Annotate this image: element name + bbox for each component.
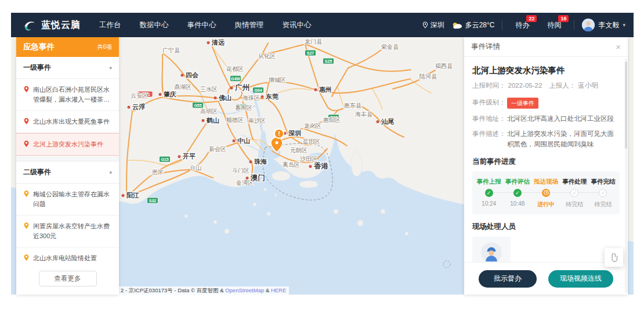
nav-item-1[interactable]: 工作台 — [99, 20, 121, 30]
map-city-dot — [128, 106, 130, 108]
map-city-dot — [214, 96, 216, 99]
progress-title: 当前事件进度 — [472, 157, 620, 167]
event-item-text: 北山水库出现大量死鱼事件 — [33, 117, 110, 127]
event-field-label: 事件描述： — [472, 129, 507, 139]
brand-icon — [21, 17, 37, 33]
map-city-label: 东莞 — [265, 93, 278, 100]
close-icon[interactable]: × — [616, 42, 621, 51]
attachment-tool-button[interactable] — [605, 248, 623, 267]
progress-step: 抵达现场进行中 — [531, 178, 560, 209]
nav-item-3[interactable]: 事件中心 — [187, 20, 216, 30]
map-district-label: 恩平 — [151, 169, 164, 175]
group-separator — [16, 156, 119, 162]
event-field-label: 事件级别： — [472, 98, 507, 107]
map-city-dot — [202, 119, 204, 121]
road-shield-label: G94 — [254, 88, 262, 92]
location-pin-icon — [23, 222, 30, 229]
user-name: 李文毅 — [598, 20, 619, 30]
event-field: 事件描述：北河上游突发水污染，河面可见大面积黑色，周围居民能闻到臭味 — [472, 129, 620, 149]
nav-item-5[interactable]: 资讯中心 — [283, 20, 312, 30]
panel-body: 北河上游突发水污染事件 上报时间：2022-05-22上报人：蓝小明 事件级别：… — [464, 57, 628, 262]
osm-link[interactable]: OpenStreetMap — [225, 287, 264, 293]
event-field-label: 事件地址： — [472, 114, 507, 124]
user-menu[interactable]: 李文毅 ▾ — [582, 19, 625, 31]
progress-step-status: 10:24 — [475, 200, 503, 207]
nav-divider — [574, 20, 574, 30]
road-shield-label: G4W — [231, 77, 240, 81]
panel-scroll-thumb[interactable] — [625, 62, 627, 149]
view-more-button[interactable]: 查看更多 — [39, 271, 97, 286]
event-item-text: 南山区白石洲小苑居民区水管爆裂，漏水灌入一楼茶庄导致财物... — [33, 85, 114, 105]
progress-step: 事件完结✓待完结 — [589, 178, 617, 209]
map-district-label: 海珠区 — [243, 95, 260, 101]
event-list-item[interactable]: 闲置房屋水表空转产生水费近300元 — [16, 216, 119, 248]
road-shield-label: S25 — [325, 59, 332, 63]
map-city-label: 阳江 — [126, 192, 139, 199]
sidebar-count: 共6项 — [97, 43, 112, 51]
map-city-dot — [314, 88, 317, 91]
event-list-item[interactable]: 南山区白石洲小苑居民区水管爆裂，漏水灌入一楼茶庄导致财物... — [16, 79, 119, 111]
map-district-label: 龙岗区 — [304, 123, 321, 129]
map-district-label: 紫金县 — [381, 44, 399, 50]
staff-title: 现场处理人员 — [472, 222, 620, 232]
progress-step-name: 事件上报 — [475, 178, 503, 186]
map-district-label: 斗门区 — [232, 167, 249, 174]
panel-title: 事件详情 — [471, 42, 500, 52]
map-city-dot — [181, 74, 183, 76]
map-district-label: 高明区 — [200, 108, 218, 114]
nav-item-2[interactable]: 数据中心 — [140, 20, 169, 30]
map-city-dot — [246, 177, 248, 179]
user-avatar — [582, 19, 595, 31]
event-list-item[interactable]: 北山水库出现大量死鱼事件 — [16, 111, 119, 133]
read-menu[interactable]: 待阅 16 — [542, 13, 566, 37]
event-field: 事件级别：一级事件 — [472, 98, 620, 109]
sidebar-title: 应急事件 — [23, 42, 55, 52]
check-icon: ✓ — [599, 189, 607, 197]
reporter-label: 上报人： — [549, 82, 576, 89]
map-district-label: 沙田区 — [300, 156, 317, 162]
map-district-label: 惠阳区 — [323, 117, 341, 123]
event-title: 北河上游突发水污染事件 — [472, 65, 620, 76]
map-city-label: 佛山 — [218, 94, 231, 101]
event-group-header[interactable]: 二级事件▾ — [16, 162, 119, 184]
chevron-down-icon: ▾ — [623, 22, 625, 28]
event-field-value: 北河上游突发水污染，河面可见大面积黑色，周围居民能闻到臭味 — [507, 129, 620, 149]
event-field-value: 北河区北坪高速入口处北河工业区段 — [507, 114, 620, 124]
staff-card[interactable]: 郭路水质检测员 — [472, 236, 511, 262]
event-item-text: 闲置房屋水表空转产生水费近300元 — [33, 221, 114, 241]
event-group-label: 二级事件 — [23, 167, 51, 177]
map-city-label: 广州 — [234, 83, 249, 92]
map-city-label: 开平 — [182, 153, 196, 160]
nav-divider — [502, 20, 502, 30]
todo-menu[interactable]: 待办 22 — [510, 13, 534, 37]
map-district-label: 龙门县 — [305, 38, 323, 45]
app-window: 蓝悦云脑 工作台数据中心事件中心舆情管理资讯中心 深圳 多云28°C 待办 22 — [11, 13, 634, 295]
event-group-header[interactable]: 一级事件▾ — [16, 57, 119, 79]
map-district-label: 南沙区 — [248, 117, 266, 124]
event-list-item[interactable]: 梅城公园输水主管存在漏水问题 — [16, 184, 119, 216]
event-list-item[interactable]: 北山水库电站险情处置 — [16, 248, 119, 265]
map-district-label: 惠东县 — [343, 102, 362, 109]
event-meta: 上报时间：2022-05-22上报人：蓝小明 — [472, 81, 620, 90]
weather-cloud-icon — [452, 21, 462, 29]
map-city-label: 四会 — [186, 71, 199, 78]
check-icon: ✓ — [570, 189, 578, 197]
road-shield-label: S27 — [307, 51, 314, 55]
nav-weather: 多云28°C — [452, 20, 495, 30]
road-shield-label: S32 — [149, 199, 157, 203]
staff-list: 郭路水质检测员 — [472, 236, 620, 262]
video-call-button[interactable]: 现场视频连线 — [548, 270, 613, 288]
chevron-down-icon: ▾ — [109, 170, 112, 175]
nav-item-4[interactable]: 舆情管理 — [235, 20, 264, 30]
map-district-label: 离岛区 — [283, 162, 300, 168]
clock-icon — [542, 189, 550, 197]
progress-step: 事件上报✓10:24 — [475, 178, 503, 209]
event-list-item[interactable]: 北河上游突发水污染事件 — [16, 133, 119, 156]
map-city-label: 惠州 — [319, 86, 332, 93]
brand-logo[interactable]: 蓝悦云脑 — [11, 17, 93, 33]
here-link[interactable]: HERE — [271, 287, 286, 293]
progress-steps: 事件上报✓10:24事件评估✓10:48抵达现场进行中事件处理✓待完结事件完结✓… — [475, 178, 617, 209]
reporter-name: 蓝小明 — [578, 82, 598, 89]
svg-text:!: ! — [278, 130, 280, 137]
approve-button[interactable]: 批示督办 — [479, 270, 537, 288]
